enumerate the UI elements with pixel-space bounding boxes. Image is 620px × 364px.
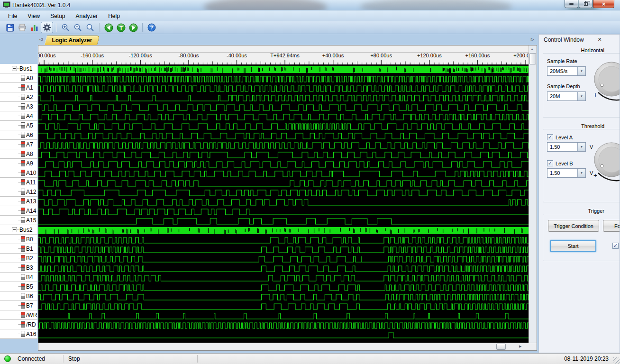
main-area: Bus1A0A1A2A3A4A5A6A7A8A9A10A11A12A13A14A… [0, 34, 620, 353]
tree-collapse-icon[interactable] [12, 66, 17, 71]
tree-row-b2[interactable]: B2 [0, 254, 37, 263]
close-button[interactable]: × [593, 0, 614, 8]
waveform-panel: ◁ Logic Analyzer ▷ -200.00us-160.00us-12… [38, 36, 537, 351]
tree-row-a5[interactable]: A5 [0, 121, 37, 130]
force-button[interactable]: Force [603, 220, 620, 232]
menu-analyzer[interactable]: Analyzer [71, 11, 103, 21]
threshold-group: ✓ Level A 1.50 ▼ V ✓ Level B 1.50 ▼ V [543, 129, 620, 202]
scroll-up-icon[interactable]: ▲ [530, 47, 534, 51]
level-b-checkbox[interactable]: ✓ [547, 160, 553, 166]
toolbar-help-button[interactable]: ? [146, 22, 158, 33]
threshold-knob[interactable]: + [593, 140, 620, 184]
channel-marker-icon [21, 217, 25, 223]
tree-row-b3[interactable]: B3 [0, 263, 37, 273]
level-b-select[interactable]: 1.50 ▼ [547, 168, 586, 178]
tree-row-a13[interactable]: A13 [0, 197, 37, 206]
tree-row-a12[interactable]: A12 [0, 187, 37, 197]
horizontal-scrollbar[interactable]: ▶ [38, 343, 537, 350]
tree-row-a11[interactable]: A11 [0, 178, 37, 187]
toolbar-nav-right-button[interactable] [127, 22, 139, 33]
menu-view[interactable]: View [22, 11, 45, 21]
vertical-scroll-thumb[interactable] [529, 53, 536, 64]
tree-row-a9[interactable]: A9 [0, 159, 37, 168]
sample-rate-select[interactable]: 20MS/s ▼ [547, 66, 586, 76]
tab-scroll-right-icon[interactable]: ▷ [531, 37, 534, 42]
channel-marker-icon [21, 255, 25, 261]
toolbar-settings-button[interactable] [41, 22, 53, 33]
channel-marker-icon [21, 160, 25, 166]
waveform-canvas[interactable] [38, 64, 529, 343]
svg-text:T: T [119, 25, 123, 30]
tree-row-a14[interactable]: A14 [0, 206, 37, 216]
ruler-label: T+942.94ms [270, 53, 299, 58]
tree-row-b0[interactable]: B0 [0, 235, 37, 244]
toolbar-chart-button[interactable] [28, 22, 41, 33]
toolbar-nav-trigger-button[interactable]: T [115, 22, 127, 33]
channel-marker-icon [21, 302, 25, 309]
tree-row-a8[interactable]: A8 [0, 149, 37, 159]
menu-help[interactable]: Help [103, 11, 125, 21]
scroll-right-icon[interactable]: ▶ [519, 345, 521, 348]
chevron-down-icon[interactable]: ▼ [577, 67, 585, 75]
tree-row-bus1[interactable]: Bus1 [0, 64, 37, 73]
tree-row-b4[interactable]: B4 [0, 273, 37, 282]
toolbar-print-button[interactable] [16, 22, 28, 33]
minimize-button[interactable] [565, 0, 578, 8]
chevron-down-icon[interactable]: ▼ [577, 92, 585, 100]
horizontal-knob[interactable]: + [593, 59, 620, 104]
tree-row-a16[interactable]: A16 [0, 329, 37, 339]
channel-marker-icon [21, 293, 25, 299]
tree-row-wr[interactable]: /WR [0, 310, 37, 320]
control-window-close-icon[interactable]: × [598, 36, 602, 43]
tree-row-rd[interactable]: /RD [0, 320, 37, 329]
tree-row-a10[interactable]: A10 [0, 168, 37, 178]
toolbar-zoom-in-button[interactable] [59, 22, 72, 33]
tree-row-b7[interactable]: B7 [0, 301, 37, 310]
toolbar-save-button[interactable] [4, 22, 16, 33]
toolbar-nav-left-button[interactable] [102, 22, 115, 33]
channel-label: A11 [26, 179, 36, 186]
level-a-checkbox[interactable]: ✓ [547, 134, 553, 140]
tab-logic-analyzer[interactable]: Logic Analyzer [46, 36, 99, 45]
sample-depth-select[interactable]: 20M ▼ [547, 91, 586, 101]
chevron-down-icon[interactable]: ▼ [577, 169, 585, 177]
channel-marker-icon [21, 103, 25, 109]
resize-grip[interactable] [613, 357, 620, 364]
chevron-down-icon[interactable]: ▼ [577, 143, 585, 151]
ruler-label: +80.00us [370, 53, 392, 58]
level-a-select[interactable]: 1.50 ▼ [547, 142, 586, 152]
start-button[interactable]: Start [550, 240, 596, 252]
tree-row-a3[interactable]: A3 [0, 102, 37, 111]
tree-collapse-icon[interactable] [12, 227, 17, 232]
horizontal-scroll-thumb[interactable] [496, 344, 506, 350]
tree-row-a15[interactable]: A15 [0, 216, 37, 225]
tree-row-b6[interactable]: B6 [0, 291, 37, 301]
menu-file[interactable]: File [3, 11, 22, 21]
tree-row-b1[interactable]: B1 [0, 244, 37, 254]
menu-bar: FileViewSetupAnalyzerHelp [0, 10, 620, 21]
tree-row-a6[interactable]: A6 [0, 130, 37, 140]
toolbar-zoom-reset-button[interactable] [84, 22, 96, 33]
channel-label: Bus2 [19, 227, 32, 233]
tree-row-b5[interactable]: B5 [0, 282, 37, 291]
channel-marker-icon [21, 283, 25, 290]
tree-row-bus2[interactable]: Bus2 [0, 225, 37, 235]
channel-label: A10 [26, 170, 36, 176]
maximize-button[interactable] [579, 0, 593, 8]
start-checkbox[interactable]: ✓ [612, 243, 619, 249]
tree-row-a7[interactable]: A7 [0, 140, 37, 149]
trigger-condition-button[interactable]: Trigger Condition [548, 220, 599, 232]
menu-setup[interactable]: Setup [45, 11, 70, 21]
toolbar-separator [99, 23, 100, 32]
channel-marker-icon [21, 274, 25, 280]
tree-row-a4[interactable]: A4 [0, 111, 37, 121]
tab-scroll-left-icon[interactable]: ◁ [39, 37, 43, 42]
toolbar-zoom-out-button[interactable] [72, 22, 84, 33]
tree-row-a2[interactable]: A2 [0, 92, 37, 102]
channel-label: B4 [26, 274, 33, 281]
ruler-label: -80.00us [178, 53, 199, 58]
control-window-title: Control Window [539, 35, 620, 45]
vertical-scrollbar[interactable]: ▲ [529, 46, 537, 343]
tree-row-a1[interactable]: A1 [0, 83, 37, 92]
tree-row-a0[interactable]: A0 [0, 73, 37, 83]
